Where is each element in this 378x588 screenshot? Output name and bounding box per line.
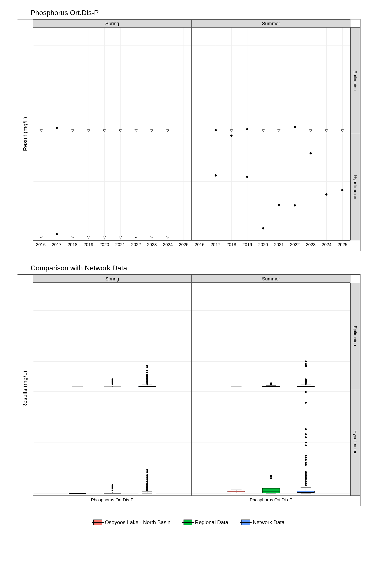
nondetect-marker [87, 130, 90, 132]
outlier-point [146, 480, 148, 482]
outlier-point [270, 475, 272, 476]
detect-marker [215, 129, 217, 131]
outlier-point [305, 462, 307, 464]
outlier-point [305, 482, 307, 484]
detect-marker [325, 193, 327, 196]
box-osoyoos-lake-north-basin [228, 491, 245, 492]
outlier-point [305, 484, 307, 486]
outlier-point [146, 374, 148, 375]
outlier-point [146, 372, 148, 374]
y-axis-title-1: Result (mg/L) [17, 27, 33, 241]
panel2-summer-epi [192, 283, 351, 389]
col-strip-summer-2: Summer [192, 275, 351, 283]
x-ticks-2-summer: Phosphorus Ort.Dis-P [192, 496, 351, 506]
outlier-point [305, 457, 307, 458]
detect-marker [246, 176, 248, 178]
outlier-point [112, 484, 113, 486]
panel-summer-epi [192, 27, 351, 134]
row-strip-epi: Epilimnion [351, 27, 360, 134]
outlier-point [270, 477, 272, 479]
nondetect-marker [277, 130, 281, 132]
outlier-point [270, 382, 272, 384]
legend-swatch [184, 520, 192, 525]
panel-summer-hypo [192, 134, 351, 241]
detect-marker [246, 128, 248, 130]
box-osoyoos-lake-north-basin [228, 387, 245, 387]
outlier-point [146, 476, 148, 478]
detect-marker [56, 233, 58, 235]
col-strip-summer: Summer [192, 19, 351, 27]
chart2-title: Comparison with Network Data [31, 264, 361, 272]
legend-label: Network Data [253, 519, 284, 525]
outlier-point [146, 366, 148, 368]
box-regional-data [262, 386, 280, 387]
panel2-summer-hypo [192, 389, 351, 496]
nondetect-marker [71, 236, 74, 239]
outlier-point [305, 365, 307, 366]
nondetect-marker [119, 236, 122, 239]
panel-spring-epi: 0.000.010.020.03 [33, 27, 192, 134]
panel-spring-hypo: 0.000.010.020.03 [33, 134, 192, 241]
detect-marker [310, 152, 312, 154]
nondetect-marker [40, 130, 43, 132]
nondetect-marker [166, 236, 169, 239]
outlier-point [112, 378, 113, 380]
nondetect-marker [71, 130, 74, 132]
outlier-point [305, 378, 307, 380]
x-ticks-summer: 2016201720182019202020212022202320242025 [192, 241, 351, 251]
panel2-spring-epi: 0.000.250.500.751.00 [33, 283, 192, 389]
x-ticks-spring: 2016201720182019202020212022202320242025 [33, 241, 192, 251]
nondetect-marker [135, 236, 138, 239]
nondetect-marker [135, 130, 138, 132]
legend-label: Osoyoos Lake - North Basin [105, 519, 170, 525]
nondetect-marker [103, 130, 106, 132]
outlier-point [146, 471, 148, 473]
outlier-point [305, 361, 307, 362]
nondetect-marker [325, 130, 328, 132]
outlier-point [305, 464, 307, 466]
boxplot-chart: Comparison with Network Data Spring Summ… [17, 264, 361, 506]
detect-marker [278, 204, 280, 206]
outlier-point [305, 428, 307, 430]
y-axis-title-2: Results (mg/L) [17, 283, 33, 496]
box-osoyoos-lake-north-basin [69, 493, 86, 494]
outlier-point [146, 365, 148, 366]
outlier-point [305, 471, 307, 473]
row-strip-epi-2: Epilimnion [351, 283, 360, 389]
nondetect-marker [262, 130, 265, 132]
detect-marker [56, 127, 58, 129]
nondetect-marker [166, 130, 169, 132]
box-osoyoos-lake-north-basin [69, 387, 86, 387]
row-strip-hypo: Hypolimnion [351, 134, 360, 241]
detect-marker [230, 134, 232, 137]
panel2-spring-hypo: 0.000.250.500.751.00 [33, 389, 192, 496]
legend-item: Regional Data [184, 519, 228, 525]
box-network-data [297, 491, 315, 493]
legend-swatch [241, 520, 250, 525]
outlier-point [305, 433, 307, 435]
col-strip-spring-2: Spring [33, 275, 192, 283]
scatter-chart: Phosphorus Ort.Dis-P Spring Summer Resul… [17, 9, 361, 251]
chart1-title: Phosphorus Ort.Dis-P [31, 9, 361, 17]
outlier-point [305, 363, 307, 365]
nondetect-marker [87, 236, 90, 239]
nondetect-marker [103, 236, 106, 239]
legend-item: Osoyoos Lake - North Basin [94, 519, 170, 525]
outlier-point [305, 455, 307, 456]
detect-marker [341, 189, 343, 191]
detect-marker [294, 204, 296, 206]
outlier-point [146, 474, 148, 476]
detect-marker [294, 126, 296, 128]
outlier-point [146, 370, 148, 372]
legend: Osoyoos Lake - North BasinRegional DataN… [17, 519, 361, 525]
outlier-point [146, 478, 148, 480]
legend-item: Network Data [241, 519, 284, 525]
detect-marker [262, 227, 264, 229]
col-strip-spring: Spring [33, 19, 192, 27]
nondetect-marker [150, 130, 153, 132]
row-strip-hypo-2: Hypolimnion [351, 389, 360, 496]
legend-swatch [94, 520, 102, 525]
nondetect-marker [119, 130, 122, 132]
outlier-point [305, 442, 307, 443]
box-regional-data [262, 488, 280, 493]
